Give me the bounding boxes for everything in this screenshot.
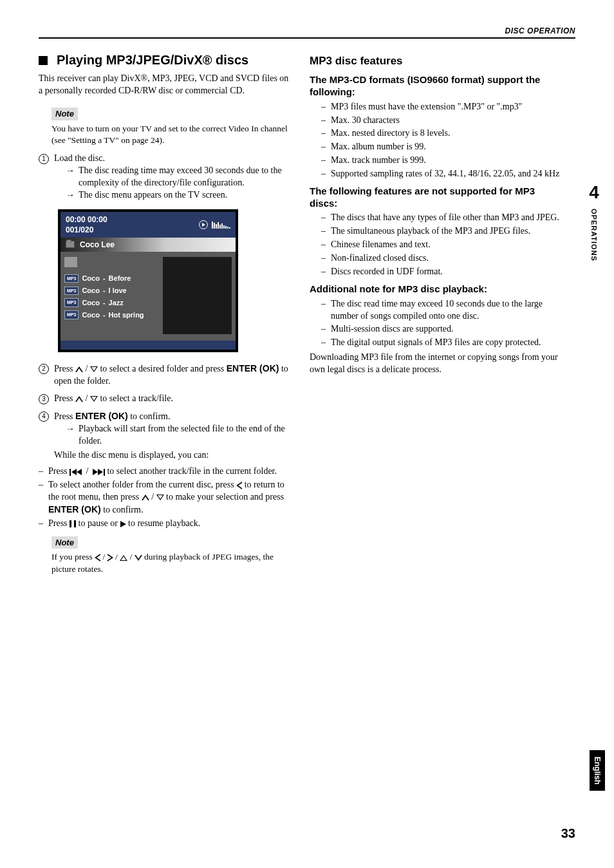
- mp3-features-heading: MP3 disc features: [310, 54, 563, 69]
- enter-ok-label: ENTER (OK): [75, 411, 128, 421]
- note-label: Note: [51, 536, 78, 549]
- triangle-down-icon: [90, 396, 98, 402]
- triangle-up-icon: [120, 555, 127, 561]
- step-number-icon: 1: [39, 154, 49, 164]
- triangle-up-icon: [75, 396, 83, 402]
- disc-menu-body: MP3 Coco - Before MP3 Coco - I love MP3 …: [60, 252, 236, 341]
- list-item: Discs recorded in UDF format.: [321, 266, 563, 278]
- content-columns: Playing MP3/JPEG/DivX® discs This receiv…: [39, 52, 575, 581]
- left-column: Playing MP3/JPEG/DivX® discs This receiv…: [39, 52, 292, 581]
- list-item: Supported sampling rates of 32, 44.1, 48…: [321, 168, 563, 180]
- disc-menu-track-row: MP3 Coco - Hot spring: [64, 309, 160, 321]
- step-4-options: Press / to select another track/file in …: [39, 466, 292, 529]
- mp3-tag-icon: MP3: [64, 274, 79, 283]
- pause-icon: [70, 520, 76, 527]
- list-item: The digital output signals of MP3 files …: [321, 337, 563, 349]
- play-icon: [120, 521, 126, 527]
- additional-note-list: The disc read time may exceed 10 seconds…: [321, 298, 563, 350]
- disc-menu-track-row: MP3 Coco - I love: [64, 285, 160, 297]
- chapter-number: 4: [582, 180, 606, 205]
- disc-menu-track-row: MP3 Coco - Before: [64, 272, 160, 285]
- step-number-icon: 3: [39, 394, 49, 404]
- heading-text: Playing MP3/JPEG/DivX® discs: [57, 52, 248, 69]
- list-item: The simultaneous playback of the MP3 and…: [321, 225, 563, 238]
- mp3-tag-icon: MP3: [64, 287, 79, 295]
- step-1-result-b-text: The disc menu appears on the TV screen.: [79, 189, 227, 202]
- step-number-icon: 2: [39, 364, 49, 374]
- list-item: The discs that have any types of file ot…: [321, 212, 563, 224]
- intro-paragraph: This receiver can play DivX®, MP3, JPEG,…: [39, 73, 292, 97]
- chapter-tab: 4 OPERATIONS: [582, 180, 606, 265]
- iso-formats-heading: The MP3-CD formats (ISO9660 format) supp…: [310, 74, 563, 99]
- list-item: Max. track number is 999.: [321, 155, 563, 167]
- step-4: 4 Press ENTER (OK) to confirm. → Playbac…: [39, 410, 292, 465]
- disc-menu-illustration: 00:00 00:00 001/020 Coco Lee: [58, 209, 238, 353]
- iso-formats-list: MP3 files must have the extension ".MP3"…: [321, 101, 563, 180]
- disc-menu-footer: [60, 341, 236, 350]
- play-status-icon: [199, 220, 208, 229]
- folder-icon: [66, 241, 75, 248]
- section-heading: Playing MP3/JPEG/DivX® discs: [39, 52, 292, 69]
- step-1-result-a: → The disc reading time may exceed 30 se…: [66, 165, 292, 189]
- step-4-while: While the disc menu is displayed, you ca…: [54, 449, 292, 462]
- triangle-up-icon: [142, 495, 149, 500]
- closing-paragraph: Downloading MP3 file from the internet o…: [310, 352, 563, 376]
- additional-note-heading: Additional note for MP3 disc playback:: [310, 283, 563, 296]
- step-1: 1 Load the disc. → The disc reading time…: [39, 153, 292, 202]
- unsupported-list: The discs that have any types of file ot…: [321, 212, 563, 278]
- list-item: MP3 files must have the extension ".MP3"…: [321, 101, 563, 113]
- list-item: Chinese filenames and text.: [321, 239, 563, 251]
- header-rule: [39, 37, 575, 39]
- triangle-right-icon: [107, 554, 113, 561]
- disc-menu-title-bar: Coco Lee: [60, 238, 236, 252]
- equalizer-icon: [212, 221, 230, 229]
- disc-menu-title: Coco Lee: [80, 240, 115, 250]
- disc-menu-preview-pane: [163, 257, 232, 334]
- triangle-up-icon: [75, 366, 83, 372]
- disc-menu-time: 00:00 00:00: [66, 214, 107, 225]
- right-column: MP3 disc features The MP3-CD formats (IS…: [310, 52, 575, 581]
- note-body: You have to turn on your TV and set to t…: [51, 123, 292, 146]
- note-body-2: If you press / / / during playback of JP…: [51, 551, 292, 574]
- disc-menu-track-list: MP3 Coco - Before MP3 Coco - I love MP3 …: [64, 257, 160, 334]
- arrow-right-icon: →: [66, 423, 75, 448]
- triangle-down-icon: [90, 366, 98, 372]
- enter-ok-label: ENTER (OK): [227, 363, 279, 373]
- square-bullet-icon: [39, 56, 48, 65]
- chapter-label: OPERATIONS: [590, 209, 599, 261]
- triangle-down-icon: [135, 555, 142, 561]
- list-item: Max. nested directory is 8 levels.: [321, 127, 563, 140]
- arrow-right-icon: →: [66, 189, 75, 202]
- language-tab: English: [590, 750, 605, 791]
- arrow-right-icon: →: [66, 165, 75, 189]
- list-item: Multi-session discs are supported.: [321, 323, 563, 335]
- step-4-result: → Playback will start from the selected …: [66, 423, 292, 448]
- option-skip-track: Press / to select another track/file in …: [39, 466, 292, 478]
- triangle-left-icon: [236, 482, 242, 489]
- skip-previous-icon: [70, 469, 84, 476]
- mp3-tag-icon: MP3: [64, 298, 79, 307]
- header-section: DISC OPERATION: [39, 26, 575, 36]
- disc-menu-header: 00:00 00:00 001/020: [60, 212, 236, 238]
- triangle-down-icon: [156, 495, 164, 500]
- enter-ok-label: ENTER (OK): [48, 504, 101, 514]
- step-1-result-a-text: The disc reading time may exceed 30 seco…: [79, 165, 292, 189]
- list-item: Max. album number is 99.: [321, 141, 563, 153]
- mp3-tag-icon: MP3: [64, 310, 79, 319]
- list-item: Max. 30 characters: [321, 115, 563, 127]
- disc-menu-counter: 001/020: [66, 225, 107, 235]
- disc-menu-placeholder-icon: [64, 257, 77, 267]
- option-pause-resume: Press to pause or to resume playback.: [39, 518, 292, 530]
- list-item: The disc read time may exceed 10 seconds…: [321, 298, 563, 323]
- triangle-left-icon: [95, 554, 100, 561]
- page-number: 33: [561, 825, 575, 842]
- step-number-icon: 4: [39, 411, 49, 422]
- disc-menu-track-row: MP3 Coco - Jazz: [64, 297, 160, 309]
- list-item: Non-finalized closed discs.: [321, 252, 563, 265]
- step-1-text: Load the disc.: [54, 153, 105, 163]
- skip-next-icon: [91, 469, 105, 476]
- step-1-result-b: → The disc menu appears on the TV screen…: [66, 189, 292, 202]
- unsupported-heading: The following features are not supported…: [310, 185, 563, 210]
- step-3: 3 Press / to select a track/file.: [39, 393, 292, 405]
- note-label: Note: [51, 108, 78, 120]
